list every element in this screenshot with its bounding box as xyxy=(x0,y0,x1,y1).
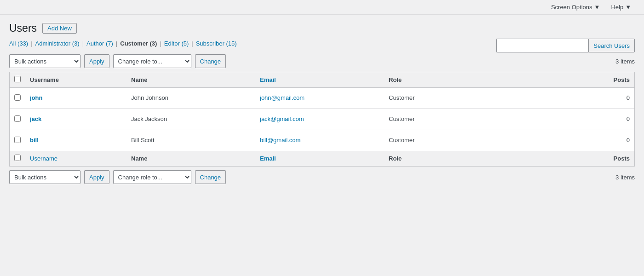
change-role-select-top[interactable]: Change role to... Administrator Author C… xyxy=(113,54,191,68)
table-row: jack Jack Jackson jack@gmail.com Custome… xyxy=(10,109,635,130)
header-email[interactable]: Email xyxy=(255,72,384,88)
row-username-2: bill xyxy=(25,130,126,151)
filter-tab-all[interactable]: All (33) xyxy=(9,40,28,47)
bottom-tablenav-left: Bulk actions Delete Apply Change role to… xyxy=(9,170,226,184)
table-row: bill Bill Scott bill@gmail.com Customer … xyxy=(10,130,635,151)
screen-options-label: Screen Options xyxy=(551,4,592,11)
header-name: Name xyxy=(126,72,255,88)
apply-button-bottom[interactable]: Apply xyxy=(84,170,109,184)
footer-role: Role xyxy=(384,151,476,167)
email-link-1[interactable]: jack@gmail.com xyxy=(260,115,304,122)
row-select-checkbox-0[interactable] xyxy=(14,94,21,101)
select-all-checkbox-top[interactable] xyxy=(14,76,21,82)
footer-username[interactable]: Username xyxy=(25,151,126,167)
header-username: Username xyxy=(25,72,126,88)
items-count-top: 3 items xyxy=(615,58,635,65)
sep-1: | xyxy=(31,40,32,47)
row-username-0: john xyxy=(25,88,126,109)
row-email-1: jack@gmail.com xyxy=(255,109,384,130)
row-role-0: Customer xyxy=(384,88,476,109)
col-name-label: Name xyxy=(131,76,147,83)
top-bar: Screen Options ▼ Help ▼ xyxy=(0,0,644,15)
page-header: Users Add New xyxy=(9,22,237,34)
screen-options-button[interactable]: Screen Options ▼ xyxy=(547,2,604,12)
page-title: Users xyxy=(9,22,37,34)
footer-name: Name xyxy=(126,151,255,167)
username-link-0[interactable]: john xyxy=(30,94,42,101)
top-tablenav-left: Bulk actions Delete Apply Change role to… xyxy=(9,54,226,68)
bulk-actions-select-top[interactable]: Bulk actions Delete xyxy=(9,54,80,68)
change-role-select-bottom[interactable]: Change role to... Administrator Author C… xyxy=(113,170,191,184)
filter-tab-customer: Customer (3) xyxy=(120,40,157,47)
bulk-actions-select-bottom[interactable]: Bulk actions Delete xyxy=(9,170,80,184)
search-input[interactable] xyxy=(496,39,588,52)
row-role-1: Customer xyxy=(384,109,476,130)
search-users-button[interactable]: Search Users xyxy=(588,39,635,52)
help-arrow-icon: ▼ xyxy=(625,4,631,11)
username-link-1[interactable]: jack xyxy=(30,115,41,122)
row-posts-0: 0 xyxy=(476,88,635,109)
change-button-bottom[interactable]: Change xyxy=(195,170,226,184)
row-role-2: Customer xyxy=(384,130,476,151)
footer-checkbox-col xyxy=(10,151,26,167)
sep-3: | xyxy=(116,40,117,47)
bottom-tablenav: Bulk actions Delete Apply Change role to… xyxy=(9,170,635,184)
row-email-2: bill@gmail.com xyxy=(255,130,384,151)
username-link-2[interactable]: bill xyxy=(30,137,39,144)
header-role: Role xyxy=(384,72,476,88)
table-footer-row: Username Name Email Role Posts xyxy=(10,151,635,167)
row-email-0: john@gmail.com xyxy=(255,88,384,109)
header-left: Users Add New All (33) | Administrator (… xyxy=(9,22,237,52)
sep-5: | xyxy=(191,40,193,47)
filter-tab-subscriber[interactable]: Subscriber (15) xyxy=(196,40,237,47)
row-name-0: John Johnson xyxy=(126,88,255,109)
header-posts: Posts xyxy=(476,72,635,88)
filter-tabs: All (33) | Administrator (3) | Author (7… xyxy=(9,40,237,47)
top-tablenav: Bulk actions Delete Apply Change role to… xyxy=(9,54,635,68)
add-new-button[interactable]: Add New xyxy=(42,23,77,34)
content-wrap: Users Add New All (33) | Administrator (… xyxy=(0,15,644,197)
users-table: Username Name Email Role Posts xyxy=(9,72,635,167)
help-label: Help xyxy=(611,4,623,11)
row-name-1: Jack Jackson xyxy=(126,109,255,130)
filter-tab-editor[interactable]: Editor (5) xyxy=(164,40,189,47)
row-posts-1: 0 xyxy=(476,109,635,130)
footer-posts: Posts xyxy=(476,151,635,167)
row-select-checkbox-1[interactable] xyxy=(14,115,21,122)
screen-options-arrow-icon: ▼ xyxy=(594,4,600,11)
col-email-label: Email xyxy=(260,76,276,83)
sep-2: | xyxy=(82,40,84,47)
footer-email[interactable]: Email xyxy=(255,151,384,167)
table-row: john John Johnson john@gmail.com Custome… xyxy=(10,88,635,109)
header-area: Users Add New All (33) | Administrator (… xyxy=(9,22,635,52)
col-username-label: Username xyxy=(30,76,59,83)
col-posts-label: Posts xyxy=(614,76,630,83)
row-checkbox-1 xyxy=(10,109,26,130)
row-checkbox-0 xyxy=(10,88,26,109)
row-posts-2: 0 xyxy=(476,130,635,151)
select-all-checkbox-bottom[interactable] xyxy=(14,155,21,161)
col-role-label: Role xyxy=(389,76,402,83)
help-button[interactable]: Help ▼ xyxy=(607,2,635,12)
email-link-2[interactable]: bill@gmail.com xyxy=(260,137,300,144)
row-checkbox-2 xyxy=(10,130,26,151)
header-checkbox-col xyxy=(10,72,26,88)
sep-4: | xyxy=(160,40,161,47)
table-header-row: Username Name Email Role Posts xyxy=(10,72,635,88)
search-area: Search Users xyxy=(496,22,635,52)
change-button-top[interactable]: Change xyxy=(195,54,226,68)
apply-button-top[interactable]: Apply xyxy=(84,54,109,68)
filter-tab-author[interactable]: Author (7) xyxy=(86,40,113,47)
email-link-0[interactable]: john@gmail.com xyxy=(260,94,305,101)
row-name-2: Bill Scott xyxy=(126,130,255,151)
row-select-checkbox-2[interactable] xyxy=(14,137,21,143)
filter-tab-administrator[interactable]: Administrator (3) xyxy=(35,40,80,47)
user-rows: john John Johnson john@gmail.com Custome… xyxy=(10,88,635,151)
row-username-1: jack xyxy=(25,109,126,130)
items-count-bottom: 3 items xyxy=(615,174,635,181)
